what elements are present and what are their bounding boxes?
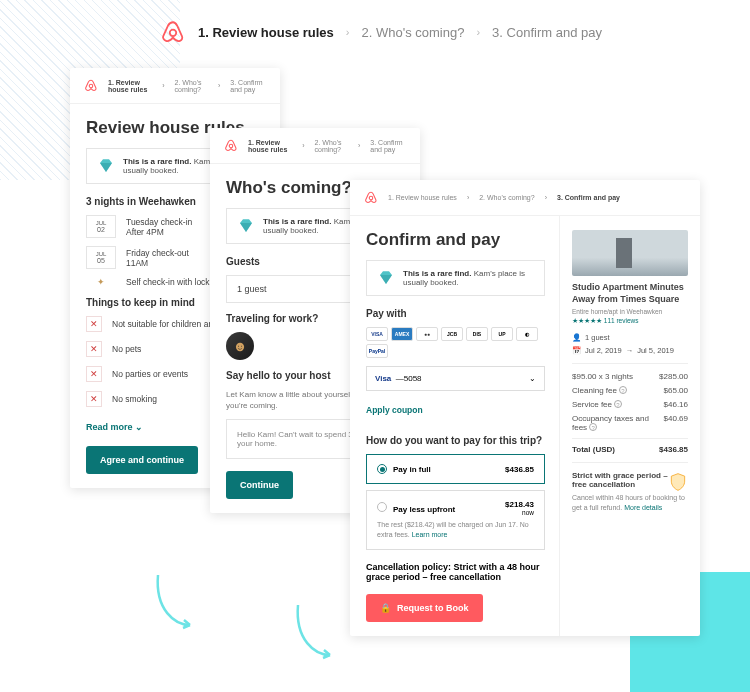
agree-continue-button[interactable]: Agree and continue (86, 446, 198, 474)
request-book-button[interactable]: 🔒Request to Book (366, 594, 483, 622)
visa-icon: VISA (366, 327, 388, 341)
card-breadcrumb: 1. Review house rules› 2. Who's coming?›… (210, 128, 420, 164)
amex-icon: AMEX (391, 327, 413, 341)
flow-arrow-icon (150, 570, 200, 644)
bc-step: 1. Review house rules (108, 79, 152, 93)
chevron-right-icon: › (346, 26, 350, 38)
bc-step: 2. Who's coming? (479, 194, 534, 201)
date-meta: 📅Jul 2, 2019→Jul 5, 2019 (572, 346, 688, 355)
mastercard-icon: ●● (416, 327, 438, 341)
read-more-link[interactable]: Read more ⌄ (86, 422, 143, 432)
unionpay-icon: UP (491, 327, 513, 341)
card-breadcrumb: 1. Review house rules› 2. Who's coming?›… (70, 68, 280, 104)
price-line: Occupancy taxes and fees?$40.69 (572, 414, 688, 432)
property-thumbnail (572, 230, 688, 276)
price-line: Service fee?$46.16 (572, 400, 688, 409)
no-children-icon: ✕ (86, 316, 102, 332)
policy-sub: Cancel within 48 hours of booking to get… (572, 493, 688, 513)
apply-coupon-link[interactable]: Apply coupon (366, 405, 423, 415)
pay-with-label: Pay with (366, 308, 545, 319)
step-2[interactable]: 2. Who's coming? (362, 25, 465, 40)
jcb-icon: JCB (441, 327, 463, 341)
bc-step: 3. Confirm and pay (370, 139, 406, 153)
bc-step: 3. Confirm and pay (557, 194, 620, 201)
host-avatar: ☻ (226, 332, 254, 360)
diners-icon: ◐ (516, 327, 538, 341)
page-title: Confirm and pay (366, 230, 545, 250)
airbnb-logo-icon (364, 190, 378, 205)
more-details-link[interactable]: More details (624, 504, 662, 511)
price-summary: Studio Apartment Minutes Away from Times… (560, 216, 700, 636)
chevron-down-icon: ⌄ (529, 374, 536, 383)
help-icon[interactable]: ? (619, 386, 627, 394)
card-confirm-pay: 1. Review house rules› 2. Who's coming?›… (350, 180, 700, 636)
payment-methods: VISA AMEX ●● JCB DIS UP ◐ PayPal (366, 327, 545, 358)
bc-step: 2. Who's coming? (315, 139, 348, 153)
price-line: $95.00 x 3 nights$285.00 (572, 372, 688, 381)
radio-icon (377, 502, 387, 512)
continue-button[interactable]: Continue (226, 471, 293, 499)
learn-more-link[interactable]: Learn more (412, 531, 448, 538)
price-line: Cleaning fee?$65.00 (572, 386, 688, 395)
no-pets-icon: ✕ (86, 341, 102, 357)
svg-point-0 (170, 30, 177, 37)
diamond-icon (237, 217, 255, 235)
bc-step: 2. Who's coming? (175, 79, 208, 93)
pay-option-full[interactable]: Pay in full$436.85 (366, 454, 545, 484)
diamond-icon (97, 157, 115, 175)
person-icon: 👤 (572, 333, 581, 342)
no-parties-icon: ✕ (86, 366, 102, 382)
step-3[interactable]: 3. Confirm and pay (492, 25, 602, 40)
svg-point-2 (229, 144, 233, 148)
svg-point-3 (369, 196, 373, 200)
lock-icon: 🔒 (380, 603, 391, 613)
step-1[interactable]: 1. Review house rules (198, 25, 334, 40)
calendar-icon: 📅 (572, 346, 581, 355)
arrow-right-icon: → (626, 346, 634, 355)
help-icon[interactable]: ? (614, 400, 622, 408)
radio-icon (377, 464, 387, 474)
svg-point-1 (89, 84, 93, 88)
bc-step: 1. Review house rules (388, 194, 457, 201)
airbnb-logo-icon (84, 78, 98, 93)
diamond-icon (377, 269, 395, 287)
flow-arrow-icon (290, 600, 340, 674)
paypal-icon: PayPal (366, 344, 388, 358)
top-breadcrumb: 1. Review house rules › 2. Who's coming?… (160, 18, 602, 46)
rare-find-banner: This is a rare find. Kam's place is usua… (366, 260, 545, 296)
airbnb-logo-icon (224, 138, 238, 153)
guest-meta: 👤1 guest (572, 333, 688, 342)
pay-question: How do you want to pay for this trip? (366, 435, 545, 446)
discover-icon: DIS (466, 327, 488, 341)
rating: ★★★★★ 111 reviews (572, 317, 688, 325)
key-icon: ✦ (86, 277, 116, 287)
card-breadcrumb: 1. Review house rules› 2. Who's coming?›… (350, 180, 700, 216)
date-box: JUL02 (86, 215, 116, 238)
chevron-down-icon: ⌄ (135, 422, 143, 432)
property-subtitle: Entire home/apt in Weehawken (572, 308, 688, 315)
bc-step: 1. Review house rules (248, 139, 292, 153)
pay-option-less[interactable]: Pay less upfront$218.43now The rest ($21… (366, 490, 545, 550)
bc-step: 3. Confirm and pay (230, 79, 266, 93)
chevron-right-icon: › (476, 26, 480, 38)
no-smoking-icon: ✕ (86, 391, 102, 407)
date-box: JUL05 (86, 246, 116, 269)
card-select[interactable]: Visa —5058 ⌄ (366, 366, 545, 391)
help-icon[interactable]: ? (589, 423, 597, 431)
price-total: Total (USD)$436.85 (572, 438, 688, 454)
airbnb-logo-icon (160, 18, 186, 46)
cancellation-heading: Cancellation policy: Strict with a 48 ho… (366, 562, 545, 582)
shield-icon (668, 471, 688, 493)
property-title: Studio Apartment Minutes Away from Times… (572, 282, 688, 305)
